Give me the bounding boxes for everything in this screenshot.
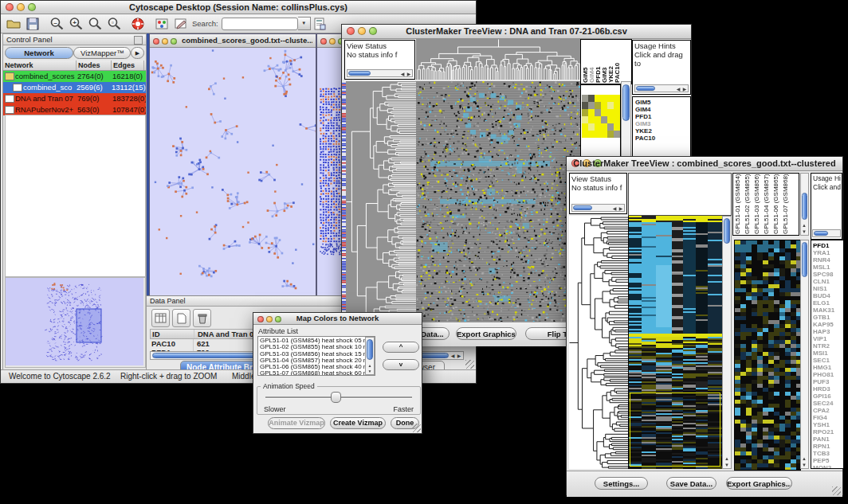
matrix-cell[interactable]	[582, 116, 588, 123]
resize-grip[interactable]	[412, 424, 421, 432]
zoom-selected-icon[interactable]: ▫	[105, 16, 123, 31]
matrix-cell[interactable]	[595, 109, 601, 116]
close-icon[interactable]	[320, 38, 327, 45]
table-mode-icon[interactable]	[151, 309, 170, 327]
tv1-row-dendrogram[interactable]	[346, 81, 416, 322]
matrix-cell[interactable]	[607, 95, 614, 102]
network-list-row[interactable]: RNAPuberNov2+563(0)107847(0)	[3, 104, 146, 115]
column-header[interactable]: Nodes	[77, 61, 112, 70]
matrix-cell[interactable]	[614, 131, 620, 138]
close-icon[interactable]	[153, 38, 159, 45]
matrix-cell[interactable]	[614, 109, 620, 116]
id-column-header[interactable]: ID	[151, 330, 194, 338]
attribute-item[interactable]: GPL51-07 (GSM868) heat shock 60 min	[260, 370, 375, 376]
matrix-cell[interactable]	[601, 116, 607, 123]
tv2-heatmap[interactable]	[629, 216, 722, 469]
network-list-row[interactable]: combined_scores2764(0)16218(0)	[3, 71, 146, 82]
tv2-labels-scrollbar[interactable]: ▲ ▼	[800, 173, 809, 236]
tv1-heatmap[interactable]	[416, 81, 580, 322]
scroll-left-icon[interactable]: ◀	[611, 206, 618, 211]
scroll-up-icon[interactable]: ▲	[801, 223, 807, 228]
scroll-up-icon[interactable]: ▲	[801, 456, 807, 461]
scroll-left-icon[interactable]: ◀	[399, 72, 406, 76]
network-list-row[interactable]: DNA and Tran 07769(0)183728(0)	[3, 93, 146, 104]
matrix-cell[interactable]	[614, 95, 620, 102]
scroll-up-icon[interactable]: ▲	[367, 363, 373, 368]
attribute-list-scrollbar[interactable]: ▲ ▼	[365, 337, 375, 375]
search-input[interactable]	[222, 18, 298, 30]
annotation-icon[interactable]	[172, 16, 190, 31]
tv2-hints-scrollbar[interactable]	[812, 229, 841, 237]
scroll-right-icon[interactable]: ▶	[456, 354, 462, 358]
matrix-cell[interactable]	[588, 116, 595, 123]
scroll-right-icon[interactable]: ▶	[681, 87, 688, 92]
matrix-cell[interactable]	[595, 131, 601, 138]
matrix-cell[interactable]	[582, 123, 588, 131]
matrix-cell[interactable]	[588, 95, 595, 102]
attribute-list[interactable]: GPL51-01 (GSM854) heat shock 05 minGPL51…	[257, 336, 375, 376]
move-down-button[interactable]: v	[383, 359, 419, 370]
scroll-down-icon[interactable]: ▼	[724, 463, 730, 467]
column-header[interactable]: Network	[3, 61, 77, 70]
minimize-icon[interactable]	[329, 38, 336, 45]
create-vizmap-button[interactable]: Create Vizmap	[330, 417, 386, 429]
tv2-genes-scrollbar[interactable]: ▲ ▼	[800, 240, 809, 469]
scroll-up-icon[interactable]: ▲	[724, 456, 730, 461]
zoom-out-icon[interactable]: –	[48, 16, 65, 31]
tv1-column-labels[interactable]: GIM5GIM4PFD1GIM3YKE2PAC10	[580, 39, 632, 84]
tab-network[interactable]: Network	[5, 47, 73, 59]
matrix-cell[interactable]	[607, 123, 614, 131]
move-up-button[interactable]: ^	[383, 342, 419, 353]
matrix-cell[interactable]	[588, 109, 595, 116]
new-attribute-icon[interactable]	[172, 309, 190, 327]
zoom-window-icon[interactable]	[171, 38, 177, 45]
vizmapper-icon[interactable]	[153, 16, 171, 31]
dialog-titlebar[interactable]: Map Colors to Network	[253, 313, 422, 325]
main-titlebar[interactable]: Cytoscape Desktop (Session Name: collins…	[1, 1, 476, 14]
scroll-right-icon[interactable]: ▶	[618, 206, 624, 211]
tv2-column-dendrogram-area[interactable]	[628, 173, 732, 216]
matrix-cell[interactable]	[614, 116, 620, 123]
matrix-cell[interactable]	[582, 131, 588, 138]
matrix-cell[interactable]	[588, 131, 595, 138]
tv2-column-labels[interactable]: GPL51-01 (GSM854)GPL51-02 (GSM855)GPL51-…	[732, 173, 799, 236]
tv1-column-dendrogram[interactable]	[416, 39, 580, 80]
birdseye-view[interactable]	[5, 277, 146, 368]
minimize-icon[interactable]	[162, 38, 168, 45]
scroll-down-icon[interactable]: ▼	[801, 229, 807, 234]
column-header[interactable]: Edges	[112, 61, 144, 70]
tv2-status-scrollbar[interactable]: ◀ ▶	[571, 204, 625, 212]
network-view-a[interactable]	[150, 48, 316, 295]
matrix-cell[interactable]	[601, 95, 607, 102]
scroll-down-icon[interactable]: ▼	[801, 463, 807, 467]
save-data-button[interactable]: Save Data...	[666, 477, 716, 490]
matrix-cell[interactable]	[607, 102, 614, 109]
resize-grip[interactable]	[832, 486, 841, 495]
matrix-cell[interactable]	[607, 116, 614, 123]
matrix-cell[interactable]	[588, 102, 595, 109]
matrix-cell[interactable]	[595, 123, 601, 131]
matrix-cell[interactable]	[601, 109, 607, 116]
matrix-cell[interactable]	[607, 109, 614, 116]
tv2-heatmap-scrollbar[interactable]: ▲ ▼	[722, 216, 732, 469]
matrix-cell[interactable]	[582, 109, 588, 116]
matrix-cell[interactable]	[595, 95, 601, 102]
matrix-cell[interactable]	[601, 123, 607, 131]
save-icon[interactable]	[24, 16, 41, 31]
help-lifering-icon[interactable]	[129, 16, 147, 31]
zoom-fit-icon[interactable]	[86, 16, 104, 31]
export-graphics-button[interactable]: Export Graphics...	[456, 327, 516, 340]
open-folder-icon[interactable]	[5, 16, 22, 31]
matrix-cell[interactable]	[588, 123, 595, 131]
gene-label-list[interactable]: PFD1YRA1RNR4MSL1SPC98CLN1NIS1BUD4ELG1MAK…	[811, 240, 844, 469]
tv1-hints-scrollbar[interactable]: ◀ ▶	[634, 84, 689, 92]
zoom-in-icon[interactable]: +	[67, 16, 84, 31]
resize-grip[interactable]	[465, 360, 474, 369]
settings-button[interactable]: Settings...	[595, 477, 648, 490]
tab-vizmapper[interactable]: VizMapper™	[73, 47, 131, 59]
matrix-cell[interactable]	[595, 102, 601, 109]
birdseye-canvas[interactable]	[6, 278, 143, 365]
scroll-right-icon[interactable]: ▶	[406, 72, 412, 76]
delete-attribute-icon[interactable]	[193, 309, 211, 327]
correlation-matrix[interactable]	[582, 95, 620, 138]
